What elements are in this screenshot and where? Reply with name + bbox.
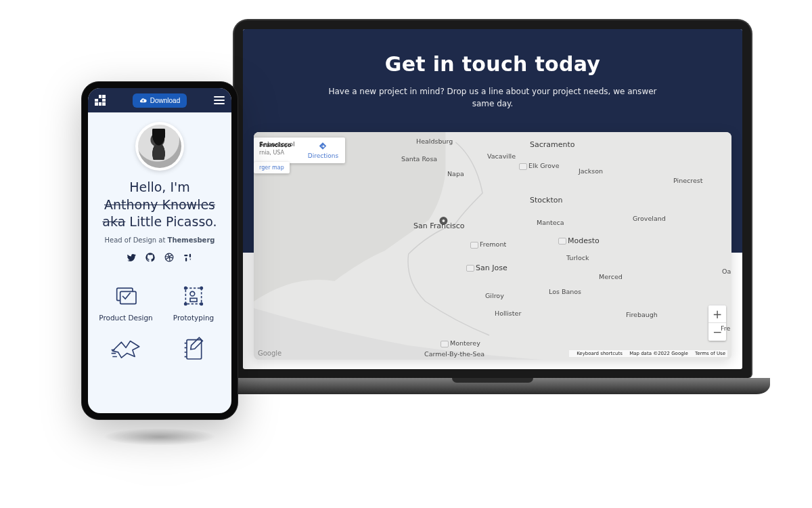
laptop-bezel: Get in touch today Have a new project in… [233, 19, 752, 378]
city-firebaugh: Firebaugh [626, 311, 658, 318]
svg-rect-12 [190, 298, 197, 301]
menu-button[interactable] [214, 96, 225, 104]
city-jackson: Jackson [579, 167, 603, 175]
city-merced: Merced [599, 273, 623, 280]
phone-screen: Download Hello, I'm Anthony Knowles aka … [88, 88, 231, 413]
city-monterey: Monterey [441, 339, 480, 347]
keyboard-shortcuts-link[interactable]: Keyboard shortcuts [577, 351, 623, 356]
social-links [95, 252, 225, 265]
city-napa: Napa [447, 170, 464, 177]
city-pinecrest: Pinecrest [673, 177, 702, 184]
laptop-mockup: Get in touch today Have a new project in… [215, 19, 770, 417]
city-los-banos: Los Banos [549, 288, 581, 295]
svg-point-9 [185, 303, 187, 305]
phone-shadow [102, 428, 217, 446]
city-gilroy: Gilroy [485, 292, 504, 299]
city-fremont: Fremont [470, 240, 506, 249]
mobile-navbar: Download [88, 88, 231, 112]
city-healdsburg: Healdsburg [416, 137, 453, 145]
city-manteca: Manteca [537, 219, 564, 226]
phone-mockup: Download Hello, I'm Anthony Knowles aka … [81, 81, 238, 440]
zoom-in-button[interactable]: + [708, 305, 726, 323]
city-carmel: Carmel-By-the-Sea [424, 350, 484, 358]
map-zoom-control: + − [708, 305, 726, 341]
city-modesto: Modesto [558, 236, 600, 245]
google-logo: Google [258, 350, 281, 357]
svg-point-7 [185, 287, 187, 289]
hero-subtitle: Have a new project in mind? Drop us a li… [243, 85, 742, 110]
product-design-icon [92, 281, 160, 311]
city-elk-grove: Elk Grove [519, 162, 560, 170]
map-data: Map data ©2022 Google [629, 351, 688, 356]
notebook-icon [160, 334, 227, 364]
city-hollister: Hollister [495, 310, 521, 317]
skill-origami[interactable] [92, 330, 160, 368]
dribbble-icon[interactable] [164, 252, 174, 265]
profile-section: Hello, I'm Anthony Knowles aka Little Pi… [88, 112, 231, 274]
map-credits: Keyboard shortcuts Map data ©2022 Google… [569, 350, 727, 357]
map-card-sub: rnia, USA [259, 150, 292, 156]
map-embed[interactable]: Francisco rnia, USA Directions rger map … [254, 132, 731, 360]
city-groveland: Groveland [633, 215, 666, 222]
phone-body: Download Hello, I'm Anthony Knowles aka … [81, 81, 238, 420]
twitter-icon[interactable] [127, 252, 136, 265]
github-icon[interactable] [145, 252, 155, 265]
skills-grid: Product Design Prototyping [88, 274, 231, 371]
skill-product-design[interactable]: Product Design [92, 277, 160, 326]
profile-role: Head of Design at Themesberg [95, 236, 225, 244]
larger-map-link[interactable]: rger map [254, 162, 290, 173]
brand-logo-icon[interactable] [95, 95, 106, 106]
cloud-download-icon [139, 97, 147, 104]
city-santa-rosa: Santa Rosa [401, 155, 437, 163]
skill-label: Prototyping [160, 314, 227, 322]
avatar [135, 122, 184, 171]
directions-icon [318, 142, 328, 151]
profile-headline: Hello, I'm Anthony Knowles aka Little Pi… [95, 179, 225, 231]
slack-icon[interactable] [183, 252, 193, 265]
origami-bird-icon [92, 334, 160, 364]
skill-prototyping[interactable]: Prototyping [160, 277, 227, 326]
svg-point-10 [200, 303, 202, 305]
hero-title: Get in touch today [243, 52, 742, 76]
prototyping-icon [160, 281, 227, 311]
name-strikethrough: Anthony Knowles [104, 197, 215, 212]
terms-link[interactable]: Terms of Use [695, 351, 725, 356]
svg-point-11 [190, 291, 195, 296]
skill-label: Product Design [92, 314, 160, 322]
city-san-jose: San Jose [466, 263, 508, 272]
directions-button[interactable]: Directions [308, 142, 338, 159]
city-sacramento: Sacramento [530, 140, 575, 149]
skill-notebook[interactable] [160, 330, 227, 368]
city-turlock: Turlock [566, 254, 589, 261]
city-vacaville: Vacaville [487, 152, 516, 160]
city-fre: Fre [721, 324, 730, 332]
city-oak: Oak [722, 268, 731, 275]
svg-rect-5 [120, 291, 136, 303]
laptop-base [215, 378, 770, 394]
city-san-francisco: San Francisco [413, 221, 465, 230]
laptop-screen: Get in touch today Have a new project in… [243, 29, 742, 369]
city-stockton: Stockton [530, 196, 562, 205]
svg-point-8 [200, 287, 202, 289]
download-button[interactable]: Download [133, 93, 187, 108]
city-sebastopol: Sebastopol [259, 140, 295, 148]
